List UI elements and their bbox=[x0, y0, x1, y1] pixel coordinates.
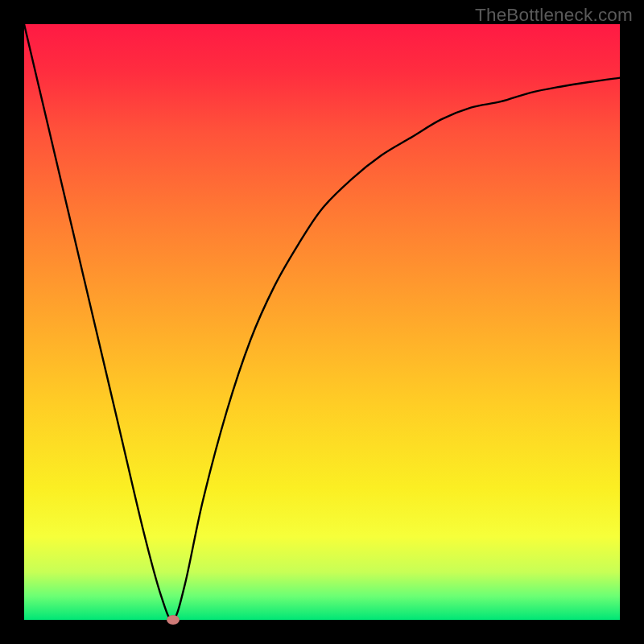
chart-frame: TheBottleneck.com bbox=[0, 0, 644, 644]
curve-svg bbox=[24, 24, 620, 620]
bottleneck-curve bbox=[24, 24, 620, 620]
watermark-text: TheBottleneck.com bbox=[475, 5, 633, 26]
minimum-marker bbox=[167, 615, 180, 625]
plot-area bbox=[24, 24, 620, 620]
